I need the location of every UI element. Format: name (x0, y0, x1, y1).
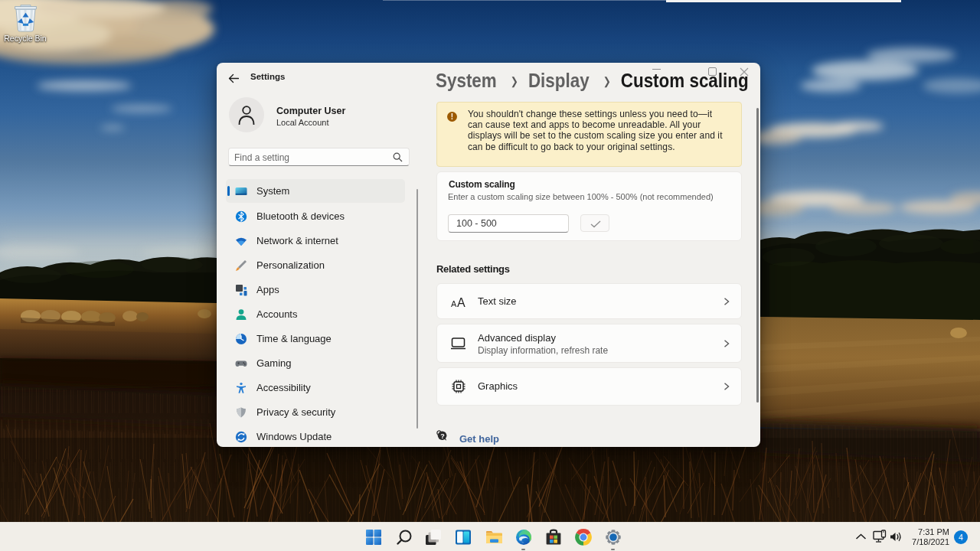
svg-text:?: ? (440, 432, 445, 440)
svg-text:A: A (457, 296, 466, 308)
svg-text:A: A (451, 299, 457, 308)
